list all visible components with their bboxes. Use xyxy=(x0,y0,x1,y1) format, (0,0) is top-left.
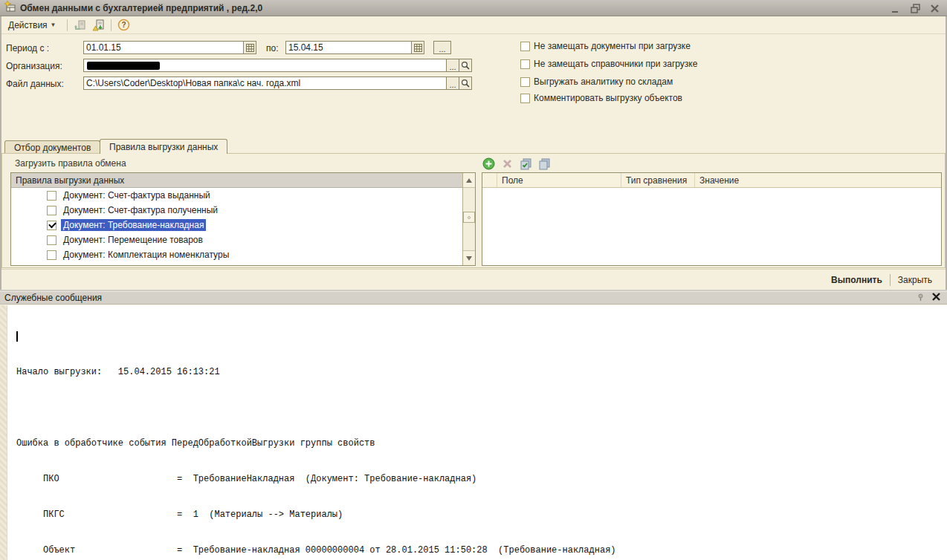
actions-menu-label: Действия xyxy=(8,20,48,30)
organization-search-icon[interactable] xyxy=(459,59,472,72)
period-to-field xyxy=(285,41,424,54)
close-icon[interactable] xyxy=(929,3,940,13)
restore-settings-icon[interactable] xyxy=(91,18,106,33)
redacted-organization-value xyxy=(87,62,160,70)
period-to-label: по: xyxy=(266,43,279,53)
filter-toolbar xyxy=(482,157,551,170)
rules-list-item[interactable]: Документ: Перемещение товаров xyxy=(11,232,462,247)
option-label: Не замещать документы при загрузке xyxy=(534,41,691,51)
column-value[interactable]: Значение xyxy=(695,173,941,187)
service-messages-header: Служебные сообщения xyxy=(0,291,947,305)
svg-text:?: ? xyxy=(121,21,126,29)
close-panel-icon[interactable] xyxy=(931,291,941,305)
export-rules-list: Правила выгрузки данных Документ: Счет-ф… xyxy=(10,172,476,266)
log-line xyxy=(16,402,947,414)
tab-document-filter[interactable]: Отбор документов xyxy=(4,140,100,154)
add-row-icon[interactable] xyxy=(482,157,495,170)
dropdown-arrow-icon: ▼ xyxy=(51,22,56,28)
log-caret-line xyxy=(16,331,947,342)
titlebar: Обмен данными с бухгалтерией предприятий… xyxy=(0,0,947,16)
close-form-button[interactable]: Закрыть xyxy=(891,272,940,288)
checkbox[interactable] xyxy=(520,94,530,103)
delete-row-icon[interactable] xyxy=(500,157,514,170)
tab-export-rules[interactable]: Правила выгрузки данных xyxy=(100,139,227,154)
actions-menu-button[interactable]: Действия ▼ xyxy=(3,18,62,33)
log-line: Начало выгрузки: 15.04.2015 16:13:21 xyxy=(16,366,947,378)
filter-conditions-table: Поле Тип сравнения Значение xyxy=(482,172,942,266)
option-label: Не замещать справочники при загрузке xyxy=(534,59,697,69)
rules-list-item[interactable]: Документ: Счет-фактура полученный xyxy=(11,203,462,218)
option-label: Выгружать аналитику по складам xyxy=(534,76,673,87)
checkbox[interactable] xyxy=(47,206,56,215)
scroll-down-icon[interactable] xyxy=(463,250,475,265)
file-input[interactable] xyxy=(84,77,446,89)
log-line: Ошибка в обработчике события ПередОбрабо… xyxy=(16,437,947,449)
load-exchange-rules-button[interactable]: Загрузить правила обмена xyxy=(15,158,126,169)
window-controls xyxy=(891,3,943,13)
checkbox[interactable] xyxy=(47,191,56,201)
scrollbar-thumb[interactable] xyxy=(463,212,475,223)
text-cursor xyxy=(16,331,18,342)
calendar-picker-icon[interactable] xyxy=(411,42,424,53)
checkbox[interactable] xyxy=(47,235,56,245)
column-marker[interactable] xyxy=(482,173,497,187)
app-window: Обмен данными с бухгалтерией предприятий… xyxy=(0,0,947,560)
execute-button[interactable]: Выполнить xyxy=(824,272,890,288)
file-label: Файл данных: xyxy=(6,79,64,89)
checkbox[interactable] xyxy=(47,250,56,260)
toolbar-separator xyxy=(67,19,68,31)
organization-browse-button[interactable]: ... xyxy=(446,59,459,72)
calendar-picker-icon[interactable] xyxy=(243,42,256,53)
footer-button-bar: Выполнить Закрыть xyxy=(1,269,946,290)
organization-field xyxy=(83,59,447,72)
pin-icon[interactable] xyxy=(917,291,924,305)
column-field[interactable]: Поле xyxy=(497,173,621,187)
file-browse-button[interactable]: ... xyxy=(446,76,459,90)
restore-icon[interactable] xyxy=(910,3,920,13)
form-icon xyxy=(4,1,16,16)
log-line: Объект = Требование-накладная 0000000000… xyxy=(16,544,947,556)
service-messages-title: Служебные сообщения xyxy=(4,293,102,303)
toolbar-separator xyxy=(111,19,111,31)
option-no-replace-documents[interactable]: Не замещать документы при загрузке xyxy=(520,41,691,51)
filter-table-header: Поле Тип сравнения Значение xyxy=(482,173,941,188)
checkbox[interactable] xyxy=(47,265,56,266)
checkbox[interactable] xyxy=(520,42,530,51)
log-line: ПКГС = 1 (Материалы --> Материалы) xyxy=(16,509,947,521)
rules-list-item[interactable]: Документ: Требование-накладная xyxy=(11,218,462,232)
scroll-up-icon[interactable] xyxy=(463,173,475,188)
period-from-input[interactable] xyxy=(84,42,243,53)
help-icon[interactable]: ? xyxy=(117,18,132,33)
rules-list-header[interactable]: Правила выгрузки данных xyxy=(11,173,462,188)
option-label: Комментировать выгрузку объектов xyxy=(534,93,682,103)
period-to-input[interactable] xyxy=(286,42,411,53)
checkbox[interactable] xyxy=(520,77,530,87)
file-search-icon[interactable] xyxy=(459,76,472,90)
period-browse-button[interactable]: ... xyxy=(433,41,451,54)
rules-list-rows: Документ: Счет-фактура выданный Документ… xyxy=(11,188,462,265)
window-title: Обмен данными с бухгалтерией предприятий… xyxy=(20,3,262,13)
rules-list-item[interactable]: Документ: Счет-фактура выданный xyxy=(11,188,462,203)
option-comment-export[interactable]: Комментировать выгрузку объектов xyxy=(520,93,682,103)
column-comparison-type[interactable]: Тип сравнения xyxy=(621,173,695,187)
check-all-icon[interactable] xyxy=(519,157,532,170)
rules-list-item[interactable]: Документ: Комплектация номенклатуры xyxy=(11,247,462,262)
log-line: ПКО = ТребованиеНакладная (Документ: Тре… xyxy=(16,473,947,485)
service-messages-body: Начало выгрузки: 15.04.2015 16:13:21 Оши… xyxy=(0,305,947,560)
save-settings-icon[interactable] xyxy=(73,18,88,33)
file-field xyxy=(83,76,447,90)
checkbox[interactable] xyxy=(520,59,530,69)
message-margin-strip xyxy=(0,305,7,560)
period-from-label: Период с : xyxy=(6,43,49,53)
rules-list-scrollbar[interactable] xyxy=(462,173,475,265)
checkbox[interactable] xyxy=(47,221,56,230)
period-from-field xyxy=(83,41,256,54)
minimize-icon[interactable] xyxy=(891,3,901,13)
organization-label: Организация: xyxy=(6,61,62,71)
option-no-replace-catalogs[interactable]: Не замещать справочники при загрузке xyxy=(520,59,697,69)
main-toolbar: Действия ▼ ? xyxy=(0,16,947,34)
option-export-warehouse-analytics[interactable]: Выгружать аналитику по складам xyxy=(520,76,673,87)
rules-list-item[interactable]: Документ: xyxy=(11,262,462,265)
message-log: Начало выгрузки: 15.04.2015 16:13:21 Оши… xyxy=(16,307,947,560)
uncheck-all-icon[interactable] xyxy=(537,157,551,170)
